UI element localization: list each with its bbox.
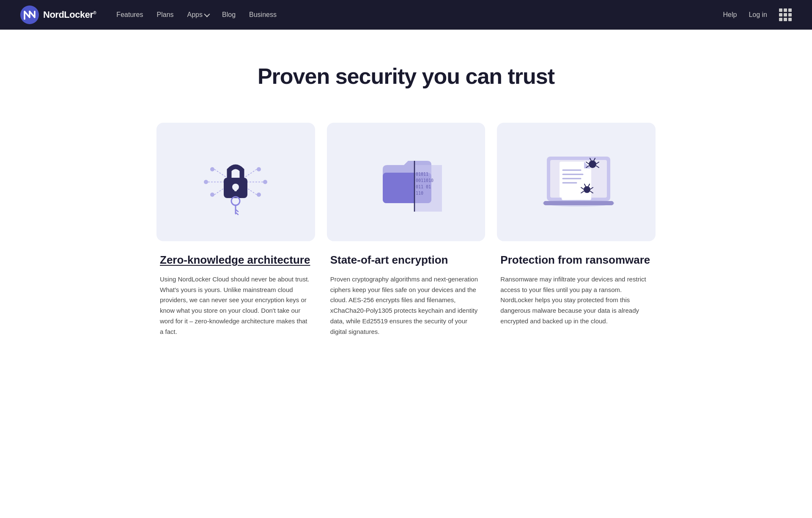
card-zero-knowledge: Zero-knowledge architecture Using NordLo… [156, 123, 315, 337]
svg-point-44 [584, 186, 590, 193]
card-image-lock [156, 123, 315, 241]
nav-link-blog[interactable]: Blog [222, 11, 236, 18]
card-title-zero-knowledge[interactable]: Zero-knowledge architecture [160, 253, 312, 267]
svg-line-7 [214, 169, 227, 178]
svg-point-2 [204, 180, 208, 184]
nav-right: Help Log in [723, 8, 792, 21]
svg-point-6 [257, 193, 261, 197]
nav-item-blog[interactable]: Blog [222, 11, 236, 19]
svg-text:0011010: 0011010 [416, 178, 433, 183]
svg-rect-36 [543, 201, 614, 205]
folder-illustration: 01011 0011010 011 01 110 [359, 135, 453, 229]
nav-link-apps[interactable]: Apps [187, 11, 208, 19]
cards-grid: Zero-knowledge architecture Using NordLo… [156, 123, 656, 337]
nav-item-business[interactable]: Business [249, 11, 277, 19]
nav-item-features[interactable]: Features [116, 11, 143, 19]
laptop-illustration [526, 135, 627, 229]
nordlocker-logo-icon [20, 6, 39, 24]
navbar: NordLocker® Features Plans Apps Blog Bus… [0, 0, 812, 30]
svg-text:110: 110 [416, 191, 423, 196]
nav-links: Features Plans Apps Blog Business [116, 11, 277, 19]
nav-link-help[interactable]: Help [723, 11, 737, 19]
card-content-zero-knowledge: Zero-knowledge architecture Using NordLo… [156, 241, 315, 337]
card-encryption: 01011 0011010 011 01 110 State-of-art en… [327, 123, 486, 337]
card-image-folder: 01011 0011010 011 01 110 [327, 123, 486, 241]
svg-line-10 [244, 169, 257, 178]
nav-link-features[interactable]: Features [116, 11, 143, 18]
nav-link-plans[interactable]: Plans [157, 11, 174, 18]
card-content-encryption: State-of-art encryption Proven cryptogra… [327, 241, 486, 337]
svg-point-3 [210, 193, 214, 197]
cards-section: Zero-knowledge architecture Using NordLo… [140, 114, 672, 388]
nav-link-business[interactable]: Business [249, 11, 277, 18]
hero-section: Proven security you can trust [0, 30, 812, 114]
hero-title: Proven security you can trust [17, 63, 795, 89]
nav-item-apps[interactable]: Apps [187, 11, 208, 19]
card-title-ransomware: Protection from ransomware [500, 253, 652, 267]
svg-point-4 [257, 167, 261, 171]
nav-link-login[interactable]: Log in [749, 11, 767, 19]
nav-left: NordLocker® Features Plans Apps Blog Bus… [20, 6, 277, 24]
svg-point-1 [210, 167, 214, 171]
svg-point-37 [589, 160, 596, 168]
card-ransomware: Protection from ransomware Ransomware ma… [497, 123, 656, 337]
card-desc-ransomware: Ransomware may infiltrate your devices a… [500, 274, 652, 327]
svg-rect-15 [234, 187, 237, 191]
card-desc-encryption: Proven cryptography algorithms and next-… [330, 274, 482, 337]
chevron-down-icon [204, 11, 210, 17]
nav-item-plans[interactable]: Plans [157, 11, 174, 19]
card-image-laptop [497, 123, 656, 241]
lock-illustration [189, 135, 282, 229]
logo[interactable]: NordLocker® [20, 6, 96, 24]
card-desc-zero-knowledge: Using NordLocker Cloud should never be a… [160, 274, 312, 337]
svg-point-5 [263, 180, 267, 184]
card-title-encryption: State-of-art encryption [330, 253, 482, 267]
card-content-ransomware: Protection from ransomware Ransomware ma… [497, 241, 656, 327]
grid-icon[interactable] [779, 8, 792, 21]
svg-text:011 01: 011 01 [416, 185, 431, 189]
logo-text: NordLocker® [43, 9, 96, 20]
svg-text:01011: 01011 [416, 172, 428, 176]
